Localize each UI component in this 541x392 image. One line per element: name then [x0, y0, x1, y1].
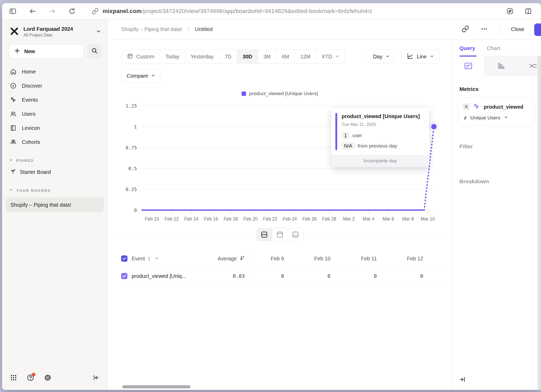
sprout-icon — [10, 168, 16, 176]
chevron-down-icon[interactable] — [155, 256, 159, 262]
sidebar-item-users[interactable]: Users — [2, 107, 107, 121]
line-chart-icon — [407, 53, 414, 61]
range-custom[interactable]: Custom — [121, 50, 160, 63]
y-tick-label: 0.75 — [126, 145, 137, 150]
tooltip-delta: N/A — [342, 142, 355, 150]
event-count: 1 — [147, 256, 150, 262]
address-bar[interactable]: mixpanel.com/project/3472420/view/397469… — [91, 7, 506, 15]
event-header: Event — [132, 256, 145, 262]
row-checkbox[interactable] — [121, 273, 127, 279]
breadcrumb: Shopify – Piping that data! / Untitled — [121, 26, 213, 32]
range-yesterday[interactable]: Yesterday — [185, 50, 219, 63]
average-header[interactable]: Average — [218, 256, 237, 262]
chart-tooltip: product_viewed [Unique Users] Tue Mar 11… — [331, 107, 429, 167]
tooltip-value: 1 — [342, 132, 349, 139]
table-row[interactable]: product_viewed [Uniq... 0.03 0 0 0 0 — [121, 267, 452, 285]
insights-report-tab[interactable] — [452, 56, 484, 76]
range-7d[interactable]: 7D — [219, 50, 237, 63]
chart-type-dropdown[interactable]: Line — [401, 50, 439, 64]
breadcrumb-page[interactable]: Untitled — [195, 26, 213, 32]
column-header: Feb 12 — [390, 250, 436, 267]
breadcrumb-separator: / — [188, 26, 189, 32]
line-chart: 1.2510.750.50.250 Feb — [121, 101, 452, 224]
range-3m[interactable]: 3M — [258, 50, 276, 63]
range-today[interactable]: Today — [160, 50, 185, 63]
help-button[interactable] — [27, 374, 34, 383]
aggregation-symbol: # — [464, 115, 467, 121]
apps-grid-icon[interactable] — [10, 374, 17, 382]
layout-chart-toggle[interactable] — [272, 228, 288, 241]
settings-gear-icon[interactable] — [44, 374, 52, 383]
forward-icon[interactable] — [48, 7, 56, 15]
tab-query[interactable]: Query — [459, 45, 475, 56]
reload-icon[interactable] — [68, 7, 76, 15]
plus-icon — [14, 48, 20, 55]
save-button-partial[interactable] — [534, 23, 541, 36]
cell-value: 0 — [328, 273, 330, 279]
collapse-panel-icon[interactable] — [459, 376, 466, 384]
sidebar-item-events[interactable]: Events — [2, 93, 107, 107]
sidebar-item-discover[interactable]: Discover — [2, 79, 107, 93]
project-switcher[interactable]: Lord Farquaad 2024 All Project Data — [2, 19, 107, 40]
calendar-icon — [127, 53, 133, 60]
layout-table-toggle[interactable] — [288, 228, 303, 241]
granularity-dropdown[interactable]: Day — [368, 50, 395, 64]
sidebar-item-board-shopify[interactable]: Shopify – Piping that data! — [6, 198, 104, 212]
new-button-label: New — [24, 48, 35, 54]
horizontal-scrollbar[interactable] — [122, 385, 190, 388]
x-tick-label: Mar 10 — [421, 216, 435, 222]
close-button[interactable]: Close — [511, 26, 524, 32]
data-point[interactable] — [431, 124, 437, 130]
column-header: Feb 10 — [297, 250, 343, 267]
report-main: Custom Today Yesterday 7D 30D 3M 6M 12M — [108, 40, 452, 390]
select-all-checkbox[interactable] — [121, 255, 127, 262]
aggregation-selector[interactable]: # Unique Users — [463, 115, 530, 121]
range-30d-active[interactable]: 30D — [237, 50, 258, 63]
sidebar-item-home[interactable]: Home — [2, 65, 107, 79]
funnels-report-tab[interactable] — [484, 56, 517, 76]
browser-customize-icon[interactable] — [506, 7, 514, 15]
x-axis: Feb 10Feb 12Feb 14Feb 16Feb 18Feb 20Feb … — [142, 214, 434, 224]
x-tick-label: Feb 26 — [302, 216, 316, 222]
range-6m[interactable]: 6M — [276, 50, 295, 63]
vertical-scrollbar[interactable] — [538, 56, 541, 390]
date-columns-header: Feb 9 Feb 10 Feb 11 Feb 12 — [250, 250, 436, 267]
tab-chart[interactable]: Chart — [487, 45, 500, 56]
sort-icon[interactable] — [239, 255, 245, 262]
compare-dropdown[interactable]: Compare — [121, 69, 161, 83]
your-boards-section-header[interactable]: YOUR BOARDS — [2, 179, 107, 195]
pinned-label: PINNED — [16, 158, 34, 163]
x-tick-label: Mar 6 — [383, 216, 394, 222]
copy-link-icon[interactable] — [462, 25, 469, 34]
table-header-row: Event 1 Average — [121, 250, 452, 267]
collapse-sidebar-icon[interactable] — [92, 374, 100, 382]
x-tick-label: Feb 16 — [204, 216, 218, 222]
search-button[interactable] — [88, 44, 102, 58]
home-icon — [10, 68, 17, 75]
url-path: /project/3472420/view/3974696/app/boards… — [142, 8, 372, 14]
board-label: Shopify – Piping that data! — [10, 202, 71, 208]
url-link-icon — [91, 7, 99, 15]
browser-sidebar-toggle-icon[interactable] — [9, 7, 17, 15]
breadcrumb-board[interactable]: Shopify – Piping that data! — [121, 26, 182, 32]
chevron-down-icon — [504, 115, 508, 120]
chevron-down-icon — [96, 29, 101, 35]
more-options-icon[interactable] — [481, 25, 488, 34]
new-button[interactable]: New — [9, 44, 84, 58]
sidebar-item-cohorts[interactable]: Cohorts — [2, 135, 107, 149]
metric-card[interactable]: A product_viewed # — [458, 97, 535, 126]
sidebar-item-lexicon[interactable]: Lexicon — [2, 121, 107, 135]
sidebar-item-starter-board[interactable]: Starter Board — [2, 165, 107, 179]
lexicon-icon — [10, 125, 17, 131]
x-tick-label: Feb 14 — [184, 216, 198, 222]
x-tick-label: Feb 24 — [283, 216, 297, 222]
range-xtd[interactable]: XTD — [316, 50, 345, 63]
chevron-down-icon — [385, 54, 390, 60]
results-table: Event 1 Average — [121, 250, 452, 285]
pinned-section-header[interactable]: PINNED — [2, 149, 107, 165]
browser-split-view-icon[interactable] — [524, 7, 532, 15]
layout-split-toggle[interactable] — [256, 228, 272, 241]
chevron-down-icon — [430, 54, 434, 60]
range-12m[interactable]: 12M — [294, 50, 316, 63]
back-icon[interactable] — [29, 7, 36, 15]
